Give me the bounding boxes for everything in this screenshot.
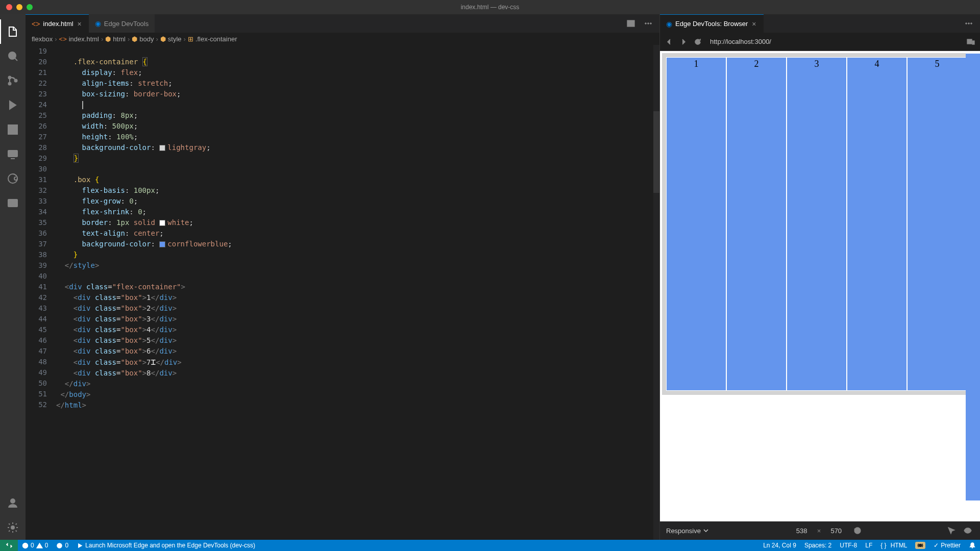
svg-rect-6 bbox=[8, 130, 12, 134]
width-input[interactable] bbox=[791, 527, 813, 535]
panel-tabs: ◉ Edge DevTools: Browser × bbox=[660, 14, 980, 33]
editor-tabs: <> index.html × ◉ Edge DevTools bbox=[26, 14, 659, 33]
breadcrumb[interactable]: flexbox› <> index.html› ⬢ html› ⬢ body› … bbox=[26, 33, 659, 45]
inspect-icon[interactable] bbox=[945, 524, 958, 537]
svg-point-20 bbox=[971, 23, 972, 24]
screencast-icon[interactable] bbox=[0, 142, 26, 166]
edge-icon: ◉ bbox=[95, 19, 101, 28]
edge-icon[interactable] bbox=[0, 166, 26, 191]
port-forwarding[interactable]: 0 bbox=[52, 540, 72, 551]
eol[interactable]: LF bbox=[861, 540, 876, 551]
launch-edge-button[interactable]: Launch Microsoft Edge and open the Edge … bbox=[72, 540, 259, 551]
svg-point-12 bbox=[11, 499, 15, 503]
more-actions-icon[interactable] bbox=[642, 17, 654, 30]
svg-point-13 bbox=[11, 526, 14, 529]
extensions-icon[interactable] bbox=[0, 117, 26, 142]
encoding[interactable]: UTF-8 bbox=[836, 540, 861, 551]
close-icon[interactable]: × bbox=[751, 19, 757, 29]
split-editor-icon[interactable] bbox=[625, 17, 637, 30]
more-actions-icon[interactable] bbox=[963, 17, 975, 30]
tab-label: index.html bbox=[43, 20, 73, 28]
chevron-down-icon bbox=[703, 528, 709, 534]
device-mode-select[interactable]: Responsive bbox=[666, 527, 709, 535]
run-debug-icon[interactable] bbox=[0, 93, 26, 117]
statusbar: 0 0 0 Launch Microsoft Edge and open the… bbox=[0, 540, 980, 551]
media-icon[interactable] bbox=[0, 191, 26, 215]
reload-icon[interactable] bbox=[694, 38, 702, 46]
demo-box: 4 bbox=[847, 57, 907, 391]
minimize-icon[interactable] bbox=[16, 4, 22, 10]
accounts-icon[interactable] bbox=[0, 491, 26, 515]
devtools-navbar bbox=[660, 33, 980, 51]
close-icon[interactable] bbox=[6, 4, 12, 10]
svg-point-17 bbox=[650, 23, 652, 24]
tab-devtools-browser[interactable]: ◉ Edge DevTools: Browser × bbox=[660, 14, 764, 33]
svg-point-3 bbox=[15, 80, 17, 82]
svg-point-2 bbox=[9, 83, 11, 85]
svg-point-23 bbox=[967, 530, 969, 532]
remote-button[interactable] bbox=[0, 540, 18, 551]
forward-icon[interactable] bbox=[679, 38, 688, 46]
window-controls bbox=[0, 4, 33, 10]
html-file-icon: <> bbox=[59, 35, 67, 43]
back-icon[interactable] bbox=[665, 38, 673, 46]
devices-icon[interactable] bbox=[967, 38, 975, 46]
url-input[interactable] bbox=[708, 36, 961, 47]
browser-viewport: 12345 bbox=[660, 51, 980, 521]
window-title: index.html — dev-css bbox=[461, 4, 520, 11]
source-control-icon[interactable] bbox=[0, 68, 26, 93]
device-toolbar: Responsive × bbox=[660, 521, 980, 540]
prettier[interactable]: ✓ Prettier bbox=[929, 540, 965, 551]
demo-box: 5 bbox=[907, 57, 967, 391]
svg-rect-7 bbox=[13, 130, 17, 134]
svg-point-15 bbox=[645, 23, 647, 24]
edge-icon: ◉ bbox=[666, 20, 672, 28]
maximize-icon[interactable] bbox=[27, 4, 33, 10]
demo-box: 3 bbox=[787, 57, 847, 391]
titlebar: index.html — dev-css bbox=[0, 0, 980, 14]
svg-point-1 bbox=[9, 77, 11, 79]
svg-point-18 bbox=[966, 23, 967, 24]
language-mode[interactable]: { }HTML bbox=[876, 540, 911, 551]
cursor-position[interactable]: Ln 24, Col 9 bbox=[759, 540, 800, 551]
svg-rect-8 bbox=[8, 151, 17, 157]
search-icon[interactable] bbox=[0, 44, 26, 68]
notifications-icon[interactable] bbox=[965, 540, 980, 551]
svg-point-26 bbox=[59, 545, 60, 546]
close-icon[interactable]: × bbox=[77, 19, 83, 29]
svg-point-16 bbox=[648, 23, 649, 24]
code-content[interactable]: .flex-container { display: flex; align-i… bbox=[56, 45, 653, 540]
eye-icon[interactable] bbox=[962, 524, 974, 537]
rotate-icon[interactable] bbox=[851, 524, 864, 537]
go-live[interactable] bbox=[911, 540, 929, 551]
demo-box: 2 bbox=[726, 57, 787, 391]
code-editor[interactable]: 1920212223242526272829303132333435363738… bbox=[26, 45, 659, 540]
svg-point-19 bbox=[968, 23, 970, 24]
settings-icon[interactable] bbox=[0, 515, 26, 540]
svg-point-27 bbox=[919, 544, 922, 546]
svg-rect-22 bbox=[972, 41, 974, 44]
tab-label: Edge DevTools bbox=[104, 20, 149, 28]
indentation[interactable]: Spaces: 2 bbox=[800, 540, 836, 551]
errors-warnings[interactable]: 0 0 bbox=[18, 540, 52, 551]
svg-rect-4 bbox=[8, 125, 12, 129]
tab-label: Edge DevTools: Browser bbox=[675, 20, 748, 28]
svg-point-0 bbox=[9, 52, 16, 59]
activity-bar bbox=[0, 14, 26, 540]
svg-rect-21 bbox=[967, 39, 972, 44]
tab-edge-devtools[interactable]: ◉ Edge DevTools bbox=[89, 14, 155, 33]
line-numbers: 1920212223242526272829303132333435363738… bbox=[26, 45, 56, 540]
tab-index-html[interactable]: <> index.html × bbox=[26, 14, 89, 33]
explorer-icon[interactable] bbox=[0, 19, 26, 44]
demo-box: 1 bbox=[666, 57, 726, 391]
html-file-icon: <> bbox=[32, 20, 40, 28]
height-input[interactable] bbox=[825, 527, 847, 535]
svg-rect-5 bbox=[13, 125, 17, 129]
